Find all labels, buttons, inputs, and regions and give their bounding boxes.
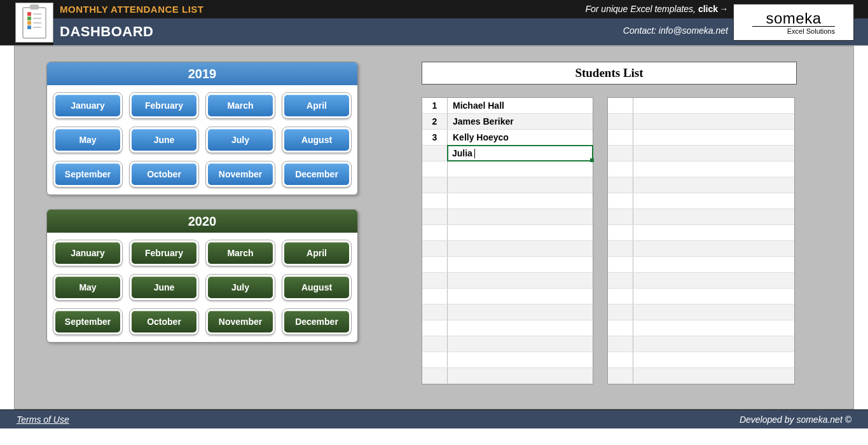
table-row[interactable] bbox=[608, 320, 794, 336]
table-row[interactable] bbox=[422, 241, 593, 257]
table-row-editing[interactable]: Julia bbox=[422, 146, 593, 161]
table-row[interactable] bbox=[422, 289, 593, 305]
student-name[interactable] bbox=[633, 305, 794, 320]
table-row[interactable]: 1Michael Hall bbox=[422, 98, 593, 114]
table-row[interactable] bbox=[608, 273, 794, 289]
month-button-august[interactable]: August bbox=[282, 127, 351, 153]
table-row[interactable] bbox=[422, 209, 593, 225]
table-row[interactable] bbox=[422, 161, 593, 177]
brand-badge[interactable]: someka Excel Solutions bbox=[733, 4, 854, 41]
table-row[interactable] bbox=[608, 225, 794, 241]
table-row[interactable] bbox=[608, 368, 794, 384]
month-button-august[interactable]: August bbox=[282, 275, 351, 300]
student-name[interactable] bbox=[633, 177, 794, 193]
month-button-november[interactable]: November bbox=[206, 161, 275, 187]
table-row[interactable] bbox=[422, 257, 593, 273]
student-name[interactable] bbox=[448, 289, 593, 304]
student-name[interactable] bbox=[448, 177, 593, 193]
month-button-may[interactable]: May bbox=[53, 127, 122, 153]
student-name[interactable] bbox=[448, 305, 593, 320]
student-name[interactable] bbox=[633, 146, 794, 161]
table-row[interactable] bbox=[608, 161, 794, 177]
student-name[interactable] bbox=[448, 257, 593, 272]
student-name[interactable] bbox=[448, 209, 593, 224]
table-row[interactable] bbox=[608, 352, 794, 368]
month-button-march[interactable]: March bbox=[206, 93, 275, 118]
month-button-october[interactable]: October bbox=[130, 161, 198, 187]
table-row[interactable]: 2James Beriker bbox=[422, 114, 593, 130]
month-button-october[interactable]: October bbox=[130, 309, 198, 334]
month-button-february[interactable]: February bbox=[130, 240, 198, 266]
month-button-december[interactable]: December bbox=[282, 309, 351, 334]
table-row[interactable] bbox=[608, 257, 794, 273]
student-name[interactable] bbox=[633, 114, 794, 129]
student-name[interactable] bbox=[633, 130, 794, 145]
table-row[interactable] bbox=[608, 209, 794, 225]
table-row[interactable] bbox=[608, 130, 794, 146]
month-button-january[interactable]: January bbox=[53, 93, 122, 118]
student-name[interactable] bbox=[633, 241, 794, 256]
table-row[interactable] bbox=[422, 273, 593, 289]
month-button-april[interactable]: April bbox=[282, 93, 351, 118]
month-button-june[interactable]: June bbox=[130, 127, 198, 153]
month-button-june[interactable]: June bbox=[130, 275, 198, 300]
students-table-left[interactable]: 1Michael Hall2James Beriker3Kelly Hoeyco… bbox=[422, 97, 593, 385]
student-name[interactable] bbox=[633, 352, 794, 367]
table-row[interactable]: 3Kelly Hoeyco bbox=[422, 130, 593, 146]
month-button-april[interactable]: April bbox=[282, 240, 351, 266]
students-table-right[interactable] bbox=[607, 97, 795, 385]
month-button-september[interactable]: September bbox=[53, 161, 122, 187]
student-name[interactable]: Michael Hall bbox=[448, 98, 593, 113]
month-button-july[interactable]: July bbox=[206, 127, 275, 153]
student-name[interactable] bbox=[633, 273, 794, 288]
table-row[interactable] bbox=[608, 98, 794, 114]
table-row[interactable] bbox=[608, 305, 794, 320]
table-row[interactable] bbox=[422, 352, 593, 368]
month-button-january[interactable]: January bbox=[53, 240, 122, 266]
table-row[interactable] bbox=[422, 193, 593, 209]
table-row[interactable] bbox=[422, 320, 593, 336]
student-name[interactable] bbox=[633, 193, 794, 209]
student-name[interactable] bbox=[448, 352, 593, 367]
student-name[interactable] bbox=[633, 320, 794, 336]
table-row[interactable] bbox=[422, 336, 593, 352]
month-button-december[interactable]: December bbox=[282, 161, 351, 187]
table-row[interactable] bbox=[422, 368, 593, 384]
student-name[interactable]: Kelly Hoeyco bbox=[448, 130, 593, 145]
month-button-september[interactable]: September bbox=[53, 309, 122, 334]
table-row[interactable] bbox=[608, 241, 794, 257]
month-button-november[interactable]: November bbox=[206, 309, 275, 334]
table-row[interactable] bbox=[422, 225, 593, 241]
table-row[interactable] bbox=[422, 177, 593, 193]
table-row[interactable] bbox=[608, 146, 794, 161]
terms-link[interactable]: Terms of Use bbox=[17, 414, 69, 425]
student-name[interactable] bbox=[448, 193, 593, 209]
student-name[interactable] bbox=[633, 225, 794, 240]
month-button-march[interactable]: March bbox=[206, 240, 275, 266]
student-name[interactable] bbox=[633, 336, 794, 352]
student-name[interactable] bbox=[633, 209, 794, 224]
student-name[interactable] bbox=[448, 225, 593, 240]
student-name[interactable] bbox=[448, 161, 593, 177]
student-name[interactable] bbox=[448, 241, 593, 256]
promo-link[interactable]: For unique Excel templates, click → bbox=[585, 4, 728, 14]
table-row[interactable] bbox=[608, 289, 794, 305]
table-row[interactable] bbox=[608, 193, 794, 209]
student-name[interactable]: James Beriker bbox=[448, 114, 593, 129]
student-name[interactable] bbox=[448, 336, 593, 352]
table-row[interactable] bbox=[422, 305, 593, 320]
student-name[interactable] bbox=[633, 289, 794, 304]
student-name[interactable] bbox=[448, 320, 593, 336]
month-button-february[interactable]: February bbox=[130, 93, 198, 118]
student-name[interactable] bbox=[448, 273, 593, 288]
month-button-may[interactable]: May bbox=[53, 275, 122, 300]
table-row[interactable] bbox=[608, 177, 794, 193]
student-name[interactable] bbox=[633, 161, 794, 177]
student-name[interactable] bbox=[633, 368, 794, 383]
student-name[interactable] bbox=[448, 368, 593, 383]
month-button-july[interactable]: July bbox=[206, 275, 275, 300]
student-name[interactable] bbox=[633, 98, 794, 113]
table-row[interactable] bbox=[608, 114, 794, 130]
student-name[interactable] bbox=[633, 257, 794, 272]
student-name-input[interactable]: Julia bbox=[448, 146, 593, 161]
